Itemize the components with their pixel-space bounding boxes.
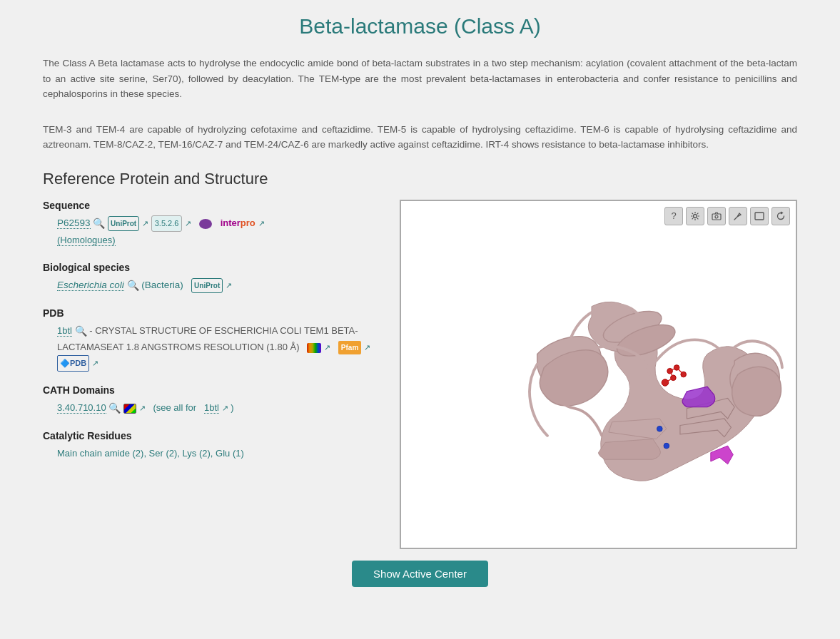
viewer-help-btn[interactable]: ? [664, 207, 683, 225]
cath-domains-content: 3.40.710.10 🔍 ↗ (see all for 1btl ↗ ) [43, 400, 385, 417]
mf-icon[interactable] [199, 219, 212, 229]
cath-pdb-ref-external-icon[interactable]: ↗ [222, 404, 228, 412]
biological-species-label: Biological species [43, 262, 385, 273]
viewer-window-btn[interactable] [750, 207, 769, 225]
cath-external-link-icon[interactable]: ↗ [139, 404, 146, 412]
external-link-icon-3[interactable]: ↗ [258, 219, 265, 228]
description-paragraph-2: TEM-3 and TEM-4 are capable of hydrolyzi… [43, 122, 797, 153]
protein-viewer-panel: ? [400, 200, 797, 549]
external-link-icon-2[interactable]: ↗ [185, 219, 191, 228]
pdb-search-icon[interactable]: 🔍 [75, 325, 87, 337]
cath-pdb-ref-link[interactable]: 1btl [204, 402, 219, 414]
svg-point-0 [694, 214, 697, 218]
uniprot-badge[interactable]: UniProt [108, 216, 139, 231]
sequence-section: Sequence P62593 🔍 UniProt ↗ 3.5.2.6 ↗ in… [43, 200, 385, 249]
uniprot-id-link[interactable]: P62593 [57, 218, 91, 229]
pdb-id-link[interactable]: 1btl [57, 325, 72, 337]
species-link[interactable]: Escherichia coli [57, 280, 124, 291]
protein-3d-canvas[interactable] [401, 201, 796, 548]
page-title: Beta-lactamase (Class A) [43, 14, 797, 39]
cath-color-icon[interactable] [307, 343, 321, 353]
cath-see-all-end: ) [231, 402, 233, 413]
pfam-logo[interactable]: Pfam [338, 341, 361, 354]
reference-section-title: Reference Protein and Structure [43, 170, 797, 188]
sequence-content: P62593 🔍 UniProt ↗ 3.5.2.6 ↗ interpro ↗ … [43, 215, 385, 249]
show-active-center-wrapper: Show Active Center [43, 561, 797, 587]
biological-species-section: Biological species Escherichia coli 🔍 (B… [43, 262, 385, 295]
bacteria-label: (Bacteria) [141, 280, 183, 290]
svg-point-17 [664, 443, 669, 449]
cath-see-all-label: (see all for [153, 402, 196, 413]
species-search-icon[interactable]: 🔍 [127, 280, 139, 291]
svg-point-7 [662, 379, 669, 387]
pdb-logo[interactable]: 🔷PDB [57, 355, 89, 372]
description-paragraph-1: The Class A Beta lactamase acts to hydro… [43, 56, 797, 102]
cath-domain-id-link[interactable]: 3.40.710.10 [57, 402, 106, 414]
pdb-section: PDB 1btl 🔍 - CRYSTAL STRUCTURE OF ESCHER… [43, 307, 385, 372]
catalytic-residues-content: Main chain amide (2), Ser (2), Lys (2), … [43, 446, 385, 461]
catalytic-residues-label: Catalytic Residues [43, 430, 385, 441]
show-active-center-button[interactable]: Show Active Center [352, 561, 488, 587]
svg-point-2 [715, 215, 718, 218]
pdb-label: PDB [43, 307, 385, 319]
interpro-label[interactable]: interpro [221, 218, 255, 228]
viewer-tools-btn[interactable] [729, 207, 747, 225]
protein-viewer: ? [400, 200, 797, 549]
sequence-label: Sequence [43, 200, 385, 211]
pdb-content: 1btl 🔍 - CRYSTAL STRUCTURE OF ESCHERICHI… [43, 323, 385, 372]
svg-rect-3 [755, 213, 764, 220]
cath-search-icon[interactable]: 🔍 [108, 402, 121, 414]
pdb-cath-link-icon[interactable]: ↗ [324, 343, 330, 352]
viewer-screenshot-btn[interactable] [707, 207, 726, 225]
cath-domains-label: CATH Domains [43, 384, 385, 396]
viewer-settings-btn[interactable] [686, 207, 704, 225]
catalytic-residues-section: Catalytic Residues Main chain amide (2),… [43, 430, 385, 461]
viewer-reset-btn[interactable] [771, 207, 790, 225]
biological-species-content: Escherichia coli 🔍 (Bacteria) UniProt ↗ [43, 277, 385, 295]
cath-domains-section: CATH Domains 3.40.710.10 🔍 ↗ (see all fo… [43, 384, 385, 417]
cath-color-badge[interactable] [123, 404, 136, 414]
viewer-toolbar: ? [664, 207, 790, 225]
svg-rect-1 [712, 214, 721, 220]
pdb-external-icon[interactable]: ↗ [92, 359, 98, 367]
pfam-external-icon[interactable]: ↗ [364, 343, 370, 352]
external-link-icon-1[interactable]: ↗ [142, 219, 148, 228]
species-external-link-icon[interactable]: ↗ [226, 281, 232, 290]
search-icon[interactable]: 🔍 [93, 218, 105, 229]
ec-number-badge[interactable]: 3.5.2.6 [151, 215, 183, 232]
species-uniprot-badge[interactable]: UniProt [191, 278, 223, 293]
svg-point-16 [657, 426, 662, 431]
left-info-panel: Sequence P62593 🔍 UniProt ↗ 3.5.2.6 ↗ in… [43, 200, 385, 474]
homologues-link[interactable]: (Homologues) [57, 235, 116, 246]
